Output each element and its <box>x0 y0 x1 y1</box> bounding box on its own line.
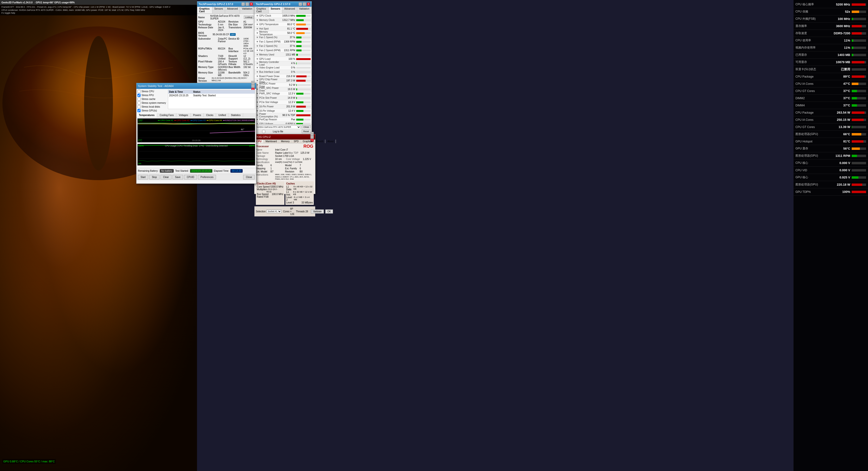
sensor-expand-3[interactable]: ▼ <box>255 27 259 30</box>
cpuz-tab-mainboard[interactable]: Mainboard <box>264 139 279 143</box>
cpuz-min-btn[interactable]: ─ <box>310 132 314 135</box>
sensor-expand-5[interactable]: ▼ <box>255 36 259 39</box>
gpuz-name-label: Name <box>198 16 210 19</box>
gpuz-bios-row: BIOS Version 95.04.69.00.CF UEFI <box>198 32 253 37</box>
gpuz-sens-min-btn[interactable]: ─ <box>299 2 302 6</box>
sensor-expand-10[interactable]: ▼ <box>255 58 259 60</box>
sensor-bar-fill-2 <box>296 24 306 26</box>
gpuz-sens-tab-advanced[interactable]: Advanced <box>282 7 297 13</box>
gpuz-tab-advanced[interactable]: Advanced <box>225 7 240 13</box>
gpuz-sens-tab-graphics[interactable]: Graphics Card <box>254 7 269 13</box>
gpuz-sensors-win-buttons: ─ □ ✕ <box>299 2 310 6</box>
sensor-bar-fill-6 <box>296 41 302 43</box>
aida64-min-btn[interactable]: ─ <box>251 81 255 84</box>
sensor-expand-6[interactable]: ▼ <box>255 40 259 43</box>
sensor-expand-13[interactable]: ▼ <box>255 71 259 73</box>
sensor-expand-12[interactable]: ▼ <box>255 66 259 69</box>
sensor-name-22: 16-Pin Voltage <box>259 109 281 112</box>
aida64-cpuid-btn[interactable]: CPUID <box>184 175 197 180</box>
aida64-tab-temp[interactable]: Temperatures <box>136 113 157 117</box>
gpuz-log-checkbox[interactable] <box>255 130 272 133</box>
cpuz-tab-graphics[interactable]: Graphics <box>301 139 314 143</box>
gpuz-tex-label: Texture Fillrate <box>228 60 243 66</box>
cpuz-max-btn[interactable]: □ <box>310 135 314 138</box>
sensor-expand-2[interactable]: ▼ <box>255 23 259 26</box>
sensor-expand-9[interactable]: ▼ <box>255 53 259 56</box>
sensor-name-21: 16-Pin Power <box>259 105 281 108</box>
cpuz-tab-about[interactable]: About <box>325 139 336 143</box>
sensor-expand-1[interactable]: ▼ <box>255 19 259 21</box>
cpuz-spec-value: Intel(R) Core(TM) i7-14700K <box>275 161 314 163</box>
cpuz-tab-memory[interactable]: Memory <box>279 139 292 143</box>
sensor-expand-11[interactable]: ▼ <box>255 62 259 65</box>
aida64-tab-stats[interactable]: Statistics <box>228 113 243 117</box>
gpuz-trans-value: 35800M <box>243 26 253 31</box>
gpuz-sens-tab-sensors[interactable]: Sensors <box>269 7 282 13</box>
gpuz-pixel-row: Pixel Fillrate 200.4 GPixel/s Texture Fi… <box>198 60 253 66</box>
cpuz-fam-label: Family <box>256 164 270 167</box>
sensor-expand-7[interactable]: ▼ <box>255 45 259 47</box>
sensor-expand-15[interactable]: ▼ <box>255 79 259 82</box>
sensor-row-19: ▼ PCIe Slot Power 14.9 W <box>254 96 312 100</box>
gpuz-subvendor-row: Subvendor ZotacPC Partner Device ID 10DE… <box>198 37 253 47</box>
aida64-save-btn[interactable]: Save <box>173 175 183 180</box>
gpuz-tex-value: 561.1 GTexel/s <box>243 60 253 66</box>
stress-memory-checkbox[interactable] <box>137 101 141 104</box>
sensor-value-3: 81.1 °C <box>281 27 295 30</box>
aida64-close-btn2[interactable]: Close <box>243 175 255 180</box>
gpuz-reset-btn[interactable]: Reset <box>302 129 311 133</box>
sensor-bar-fill-3 <box>296 28 308 30</box>
aida64-clear-btn[interactable]: Clear <box>160 175 172 180</box>
sensor-expand-0[interactable]: ▼ <box>255 14 259 17</box>
aida64-tab-unified[interactable]: Unified <box>216 113 228 117</box>
cpuz-ratedfsb-row: Rated FSB <box>257 195 283 198</box>
aida64-tab-powers[interactable]: Powers <box>191 113 204 117</box>
rp-bar-wrap-23 <box>852 169 866 171</box>
gpuz-sens-tab-validation[interactable]: Validation <box>297 7 312 13</box>
cpuz-ok-btn[interactable]: OK <box>325 210 333 214</box>
gpuz-sens-close-btn[interactable]: ✕ <box>307 2 310 6</box>
stress-cache-checkbox[interactable] <box>137 97 141 101</box>
sensor-bar-fill-1 <box>296 19 304 21</box>
sensor-value-18: 12.3 V <box>281 92 295 95</box>
stress-cpu-checkbox[interactable] <box>137 90 141 93</box>
aida64-tab-fans[interactable]: Cooling Fans <box>157 113 176 117</box>
furmark-title: Geeks3D FurMark v1.34.0.0 <box>1 1 33 4</box>
cpuz-threads-value: 28 <box>305 210 308 213</box>
sensor-bar-fill-4 <box>296 32 305 34</box>
gpuz-lookup-btn[interactable]: Lookup <box>244 15 253 19</box>
legend-core3-label: CPU Core #3 <box>193 119 206 122</box>
stress-gpus-checkbox[interactable] <box>137 109 141 112</box>
sensor-value-4: 58.0 °C <box>281 32 295 34</box>
gpuz-close-btn[interactable]: ✕ <box>250 2 253 6</box>
sensor-row-20: ▼ PCIe Slot Voltage 12.3 V <box>254 100 312 104</box>
rp-label-23: CPU VID <box>796 168 829 172</box>
gpuz-tab-sensors[interactable]: Sensors <box>212 7 225 13</box>
cpuz-validate-btn[interactable]: Validate <box>311 210 323 214</box>
sensor-name-13: Bus Interface Load <box>259 71 281 73</box>
aida64-stop-btn[interactable]: Stop <box>149 175 159 180</box>
legend-core4: CPU Core #4 <box>207 119 222 122</box>
cpuz-tab-bench[interactable]: Bench <box>314 139 325 143</box>
cpuz-tab-spd[interactable]: SPD <box>292 139 301 143</box>
gpuz-tab-validation[interactable]: Validation <box>240 7 254 13</box>
sensor-expand-8[interactable]: ▼ <box>255 49 259 52</box>
stress-disks-label: Stress local disks <box>142 105 160 108</box>
aida64-tab-clocks[interactable]: Clocks <box>204 113 216 117</box>
sensor-expand-14[interactable]: ▼ <box>255 75 259 77</box>
sensor-expand-4[interactable]: ▼ <box>255 32 259 34</box>
rp-row-22: CPU 核心 0.000 V <box>794 159 868 167</box>
aida64-prefs-btn[interactable]: Preferences <box>198 175 216 180</box>
stress-fpu-checkbox[interactable] <box>137 94 141 97</box>
gpuz-tab-graphics[interactable]: Graphics Card <box>197 7 212 13</box>
gpuz-sens-max-btn[interactable]: □ <box>303 2 306 6</box>
cpuz-socket-select[interactable]: Socket #1 <box>267 210 282 213</box>
aida64-start-btn[interactable]: Start <box>138 175 148 180</box>
gpuz-min-btn[interactable]: ─ <box>242 2 245 6</box>
gpuz-max-btn[interactable]: □ <box>246 2 249 6</box>
rp-bar-wrap-4 <box>852 32 866 35</box>
aida64-tab-voltages[interactable]: Voltages <box>176 113 190 117</box>
gpuz-name-value: NVIDIA GeForce RTX 4070 SUPER <box>210 14 244 20</box>
stress-disks-checkbox[interactable] <box>137 105 141 108</box>
aida64-max-btn[interactable]: □ <box>251 84 255 88</box>
